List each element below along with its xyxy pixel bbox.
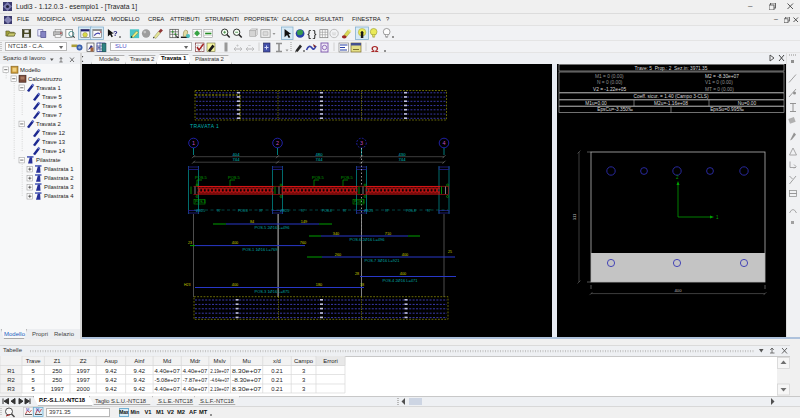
svg-text:9.42: 9.42 [105, 386, 116, 392]
svg-text:Pilastrata 4: Pilastrata 4 [44, 193, 74, 199]
svg-text:180: 180 [316, 283, 322, 287]
svg-text:M: M [26, 407, 29, 412]
svg-text:POS.3 1Ø16 L=875: POS.3 1Ø16 L=875 [254, 289, 290, 294]
svg-text:3: 3 [302, 386, 306, 392]
svg-text:Trave 6: Trave 6 [42, 103, 62, 109]
svg-text:Pilastrata 1: Pilastrata 1 [44, 166, 73, 172]
svg-text:4.40e+07: 4.40e+07 [155, 368, 180, 374]
svg-text:Calcestruzzo: Calcestruzzo [28, 76, 63, 82]
svg-text:Travata 2: Travata 2 [36, 121, 61, 127]
svg-text:8.30e+07: 8.30e+07 [232, 386, 261, 392]
svg-text:POS.8: POS.8 [322, 209, 332, 213]
svg-text:POS.5: POS.5 [312, 175, 325, 180]
svg-text:POS.5: POS.5 [341, 175, 354, 180]
svg-text:+: + [97, 44, 101, 50]
svg-text:POS.8: POS.8 [406, 209, 416, 213]
svg-text:97: 97 [217, 209, 221, 213]
svg-text:~: ~ [248, 42, 251, 48]
svg-text:Errori: Errori [323, 358, 337, 364]
svg-text:744: 744 [399, 157, 407, 162]
svg-text:Nu=0.00: Nu=0.00 [738, 101, 757, 106]
svg-text:4.40e+07: 4.40e+07 [183, 386, 208, 392]
svg-text:1997: 1997 [77, 368, 90, 374]
svg-text:Ø8/25: Ø8/25 [364, 209, 373, 213]
svg-text:Pilastrate: Pilastrate [36, 157, 61, 163]
svg-text:0.21: 0.21 [271, 368, 282, 374]
svg-text:Coeff. sicur. = 1.40 (Campo 3-: Coeff. sicur. = 1.40 (Campo 3-CLS) [634, 94, 709, 99]
svg-text:5: 5 [32, 386, 36, 392]
svg-text:400: 400 [675, 288, 683, 293]
svg-text:R2: R2 [7, 377, 15, 383]
svg-text:744: 744 [316, 157, 324, 162]
svg-text:480: 480 [316, 152, 324, 157]
svg-text:250: 250 [52, 377, 63, 383]
svg-text:Pilastrata 3: Pilastrata 3 [44, 184, 74, 190]
svg-text:311: 311 [572, 213, 577, 220]
svg-text:28: 28 [355, 272, 359, 276]
svg-text:5: 5 [32, 377, 36, 383]
svg-text:+: + [236, 42, 239, 48]
svg-text:2000: 2000 [77, 386, 91, 392]
svg-text:250: 250 [52, 368, 63, 374]
svg-text:R3: R3 [7, 386, 15, 392]
svg-text:23: 23 [188, 241, 192, 245]
svg-text:2.19e+07: 2.19e+07 [210, 368, 229, 374]
svg-text:EpsCu=-3.350‰: EpsCu=-3.350‰ [597, 107, 633, 112]
svg-text:1: 1 [192, 140, 195, 146]
svg-text:9.42: 9.42 [105, 368, 116, 374]
svg-text:-8.30e+07: -8.30e+07 [232, 377, 261, 383]
svg-text:Trave 7: Trave 7 [42, 112, 62, 118]
svg-text:POS.7 3Ø16 L=921: POS.7 3Ø16 L=921 [364, 258, 400, 263]
svg-text:M: M [36, 407, 39, 412]
svg-text:400: 400 [232, 241, 238, 245]
svg-text:Trave 5: Trave 5 [42, 94, 62, 100]
svg-text:Trave 12: Trave 12 [42, 130, 65, 136]
svg-text:8.30e+07: 8.30e+07 [232, 368, 261, 374]
svg-text:84: 84 [250, 220, 254, 224]
svg-text:Trave: Trave [26, 358, 42, 364]
svg-text:POS.3: POS.3 [195, 200, 206, 204]
svg-text:H23: H23 [184, 283, 191, 287]
svg-text:EpsSu=0.995‰: EpsSu=0.995‰ [710, 107, 744, 112]
svg-text:POS.4: POS.4 [354, 200, 365, 204]
svg-text:Asup: Asup [104, 358, 118, 364]
svg-text:POS.5 2Ø16 L=496: POS.5 2Ø16 L=496 [254, 225, 290, 230]
svg-text:Z1: Z1 [54, 358, 61, 364]
svg-text:Trave: 5 Prop.: 2 Sez.in: 39: Trave: 5 Prop.: 2 Sez.in: 3971.35 [635, 66, 708, 71]
svg-text:9.42: 9.42 [105, 377, 116, 383]
svg-text:V1 = 0 (0.00): V1 = 0 (0.00) [705, 80, 733, 85]
svg-text:97: 97 [259, 209, 263, 213]
svg-text:9.42: 9.42 [134, 386, 145, 392]
svg-text:POS.4 2Ø16 L=471: POS.4 2Ø16 L=471 [382, 278, 418, 283]
svg-text:Mslv: Mslv [214, 358, 226, 364]
svg-text:POS.6 2Ø16 L=496: POS.6 2Ø16 L=496 [349, 237, 385, 242]
svg-text:4.40e+07: 4.40e+07 [183, 368, 208, 374]
svg-text:?: ? [113, 29, 118, 38]
svg-text:Ø8/25: Ø8/25 [196, 209, 205, 213]
svg-text:-4.64e+07: -4.64e+07 [210, 377, 229, 383]
svg-text:M2u=-1.16e+08: M2u=-1.16e+08 [654, 101, 688, 106]
svg-text:POS.5: POS.5 [195, 175, 208, 180]
svg-text:M1 = 0 (0.00): M1 = 0 (0.00) [595, 74, 624, 79]
svg-text:2: 2 [276, 140, 279, 146]
svg-text:Ø8/25: Ø8/25 [280, 209, 289, 213]
svg-text:3: 3 [302, 377, 306, 383]
svg-text:97: 97 [427, 209, 431, 213]
svg-text:POS.5: POS.5 [228, 175, 241, 180]
svg-text:0.21: 0.21 [271, 377, 282, 383]
svg-text:400: 400 [402, 253, 408, 257]
svg-text:-5.08e+07: -5.08e+07 [155, 377, 180, 383]
svg-text:Md: Md [163, 358, 171, 364]
svg-text:430: 430 [399, 152, 407, 157]
svg-text:Z2: Z2 [80, 358, 87, 364]
svg-text:3: 3 [302, 368, 306, 374]
svg-text:R1: R1 [7, 368, 15, 374]
svg-text:2: 2 [676, 175, 679, 180]
svg-text:Modello: Modello [20, 67, 41, 73]
svg-text:97: 97 [343, 209, 347, 213]
svg-text:1997: 1997 [77, 377, 90, 383]
svg-text:710: 710 [385, 232, 391, 236]
svg-text:97: 97 [301, 209, 305, 213]
svg-text:Mu: Mu [243, 358, 251, 364]
svg-text:Mdr: Mdr [190, 358, 200, 364]
